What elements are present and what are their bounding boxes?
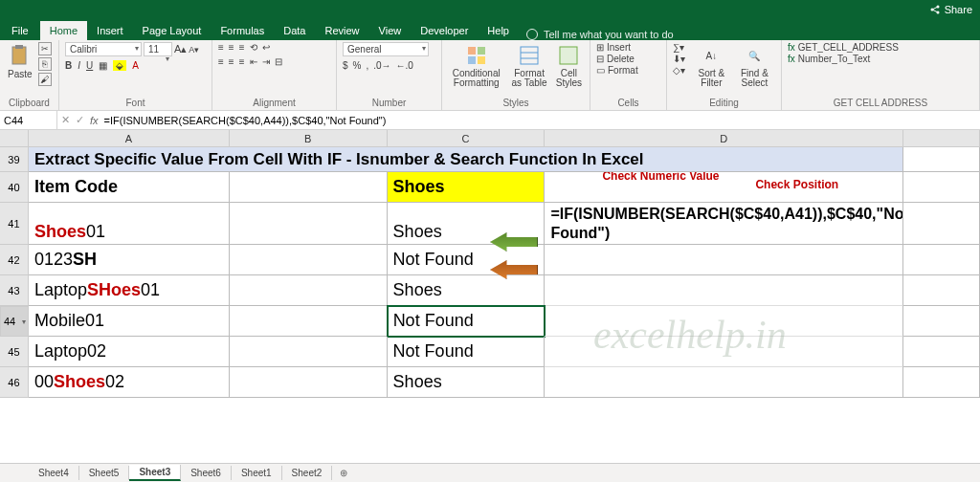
cancel-icon[interactable]: ✕ bbox=[61, 114, 70, 126]
font-color-icon[interactable]: A bbox=[132, 60, 139, 71]
row-header[interactable]: 40 bbox=[0, 172, 29, 203]
sheet-tab[interactable]: Sheet2 bbox=[282, 466, 333, 480]
select-all[interactable] bbox=[0, 130, 29, 147]
percent-icon[interactable]: % bbox=[353, 60, 362, 71]
autosum-button[interactable]: ∑▾ bbox=[673, 42, 685, 53]
cell[interactable] bbox=[230, 337, 388, 367]
copy-icon[interactable]: ⎘ bbox=[38, 57, 52, 71]
cell-a44[interactable]: Mobile01 bbox=[29, 306, 230, 337]
sheet-tab[interactable]: Sheet1 bbox=[232, 466, 282, 480]
add-sheet-button[interactable]: ⊕ bbox=[332, 466, 355, 480]
cell[interactable] bbox=[230, 306, 388, 337]
cell[interactable] bbox=[903, 275, 980, 306]
cell-c45[interactable]: Not Found bbox=[388, 337, 546, 367]
sort-filter-button[interactable]: A↓Sort & Filter bbox=[693, 42, 730, 90]
tab-insert[interactable]: Insert bbox=[87, 21, 133, 40]
col-header-d[interactable]: D bbox=[545, 130, 903, 147]
fill-button[interactable]: ⬇▾ bbox=[673, 54, 685, 64]
cell-a46[interactable]: 00Shoes02 bbox=[29, 367, 230, 398]
indent-inc-icon[interactable]: ⇥ bbox=[262, 56, 270, 67]
cell-c43[interactable]: Shoes bbox=[388, 275, 546, 306]
orientation-icon[interactable]: ⟲ bbox=[250, 42, 257, 53]
cell[interactable] bbox=[545, 337, 903, 367]
currency-icon[interactable]: $ bbox=[343, 60, 348, 71]
row-header[interactable]: 41 bbox=[0, 203, 29, 245]
format-table-button[interactable]: Format as Table bbox=[508, 42, 549, 90]
row-header[interactable]: 44 bbox=[0, 306, 29, 337]
cell-c44[interactable]: Not Found bbox=[388, 306, 546, 337]
clear-button[interactable]: ◇▾ bbox=[673, 65, 685, 76]
cell[interactable] bbox=[545, 245, 903, 275]
row-header[interactable]: 39 bbox=[0, 147, 29, 172]
cell[interactable] bbox=[903, 147, 980, 172]
align-top-icon[interactable]: ≡ bbox=[218, 42, 224, 53]
col-header-c[interactable]: C bbox=[388, 130, 546, 147]
font-size-select[interactable]: 11 bbox=[144, 42, 172, 56]
cell[interactable] bbox=[545, 275, 903, 306]
cell[interactable] bbox=[545, 306, 903, 337]
name-box[interactable]: C44 bbox=[0, 111, 57, 129]
cell[interactable] bbox=[545, 367, 903, 398]
col-header-a[interactable]: A bbox=[29, 130, 230, 147]
tab-home[interactable]: Home bbox=[40, 21, 87, 40]
font-name-select[interactable]: Calibri bbox=[65, 42, 142, 56]
sheet-tab-active[interactable]: Sheet3 bbox=[129, 465, 181, 481]
cell-c40[interactable]: Shoes bbox=[388, 172, 546, 203]
cell[interactable] bbox=[903, 337, 980, 367]
align-center-icon[interactable]: ≡ bbox=[229, 56, 234, 67]
formula-input[interactable]: =IF(ISNUMBER(SEARCH($C$40,A44)),$C$40,"N… bbox=[104, 115, 387, 126]
row-header[interactable]: 43 bbox=[0, 275, 29, 306]
tab-view[interactable]: View bbox=[369, 21, 412, 40]
fx-icon[interactable]: fx bbox=[90, 115, 99, 126]
cell-d41[interactable]: =IF(ISNUMBER(SEARCH($C$40,A41)),$C$40,"N… bbox=[545, 203, 903, 245]
tab-developer[interactable]: Developer bbox=[411, 21, 478, 40]
cell[interactable] bbox=[903, 245, 980, 275]
border-icon[interactable]: ▦ bbox=[99, 60, 107, 71]
row-header[interactable]: 45 bbox=[0, 337, 29, 367]
paste-button[interactable]: Paste bbox=[6, 42, 34, 81]
comma-icon[interactable]: , bbox=[366, 60, 368, 71]
row-header[interactable]: 46 bbox=[0, 367, 29, 398]
indent-dec-icon[interactable]: ⇤ bbox=[250, 56, 257, 67]
col-header-e[interactable] bbox=[903, 130, 980, 147]
cell[interactable] bbox=[230, 367, 388, 398]
cell-styles-button[interactable]: Cell Styles bbox=[554, 42, 584, 90]
share-button[interactable]: Share bbox=[929, 4, 972, 15]
align-middle-icon[interactable]: ≡ bbox=[229, 42, 234, 53]
tab-file[interactable]: File bbox=[0, 21, 40, 40]
align-right-icon[interactable]: ≡ bbox=[239, 56, 245, 67]
format-cells-button[interactable]: ▭Format bbox=[596, 65, 638, 76]
cell[interactable] bbox=[903, 367, 980, 398]
cell[interactable] bbox=[903, 203, 980, 245]
row-header[interactable]: 42 bbox=[0, 245, 29, 275]
italic-button[interactable]: I bbox=[78, 60, 80, 71]
sheet-tab[interactable]: Sheet5 bbox=[79, 466, 130, 480]
number-to-text-button[interactable]: fxNumber_To_Text bbox=[788, 54, 899, 64]
fill-color-icon[interactable]: ⬙ bbox=[113, 60, 126, 71]
get-cell-address-button[interactable]: fxGET_CELL_ADDRESS bbox=[788, 42, 899, 53]
cell-c46[interactable]: Shoes bbox=[388, 367, 546, 398]
cell-a43[interactable]: LaptopSHoes01 bbox=[29, 275, 230, 306]
bold-button[interactable]: B bbox=[65, 60, 72, 71]
underline-button[interactable]: U bbox=[86, 60, 93, 71]
cell[interactable] bbox=[903, 306, 980, 337]
delete-cells-button[interactable]: ⊟Delete bbox=[596, 54, 638, 64]
col-header-b[interactable]: B bbox=[230, 130, 388, 147]
inc-decimal-icon[interactable]: .0→ bbox=[373, 60, 390, 71]
tab-data[interactable]: Data bbox=[274, 21, 315, 40]
cell[interactable] bbox=[903, 172, 980, 203]
cell-a40[interactable]: Item Code bbox=[29, 172, 230, 203]
tab-review[interactable]: Review bbox=[315, 21, 368, 40]
cell-a45[interactable]: Laptop02 bbox=[29, 337, 230, 367]
cell[interactable] bbox=[230, 275, 388, 306]
find-select-button[interactable]: 🔍Find & Select bbox=[734, 42, 775, 90]
conditional-formatting-button[interactable]: Conditional Formatting bbox=[448, 42, 504, 90]
tab-pagelayout[interactable]: Page Layout bbox=[133, 21, 212, 40]
sheet-tab[interactable]: Sheet6 bbox=[181, 466, 232, 480]
increase-font-icon[interactable]: A▴ bbox=[174, 43, 187, 55]
tell-me[interactable]: Tell me what you want to do bbox=[526, 29, 674, 40]
cell-d40[interactable]: Check Numeric Value Check Position bbox=[545, 172, 903, 203]
align-bottom-icon[interactable]: ≡ bbox=[239, 42, 245, 53]
merge-icon[interactable]: ⊟ bbox=[275, 56, 282, 67]
cell-a39[interactable]: Extract Specific Value From Cell With IF… bbox=[29, 147, 903, 172]
